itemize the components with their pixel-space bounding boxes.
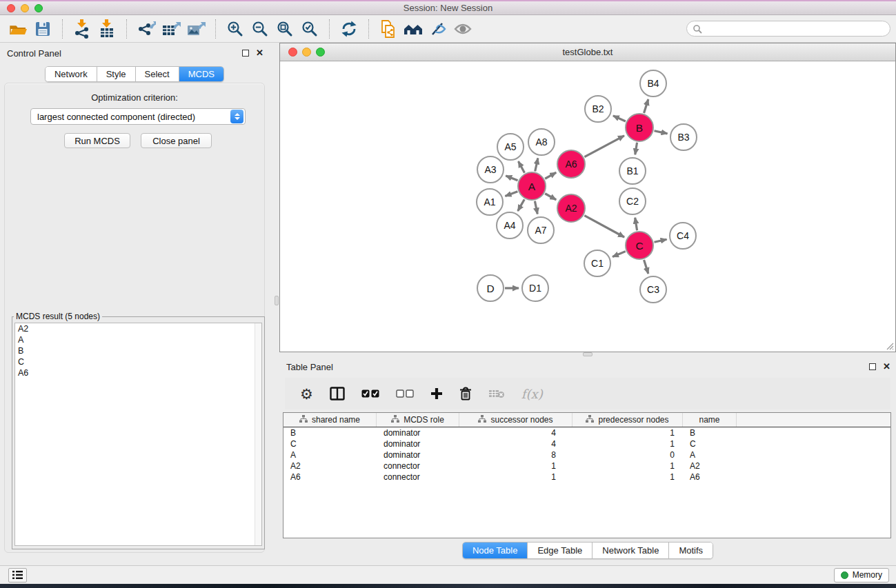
- cell-shared-name[interactable]: A: [283, 449, 377, 460]
- clone-network-icon[interactable]: [376, 18, 401, 40]
- graph-edge-B-B4[interactable]: [644, 99, 648, 113]
- table-row[interactable]: Adominator80A: [283, 449, 890, 460]
- zoom-in-icon[interactable]: [223, 18, 248, 40]
- graph-node-A8[interactable]: A8: [528, 129, 555, 155]
- search-input[interactable]: [702, 24, 884, 34]
- graph-node-C1[interactable]: C1: [584, 250, 610, 276]
- tab-edge-table[interactable]: Edge Table: [528, 543, 593, 558]
- import-table-icon[interactable]: [94, 18, 119, 40]
- graph-node-B4[interactable]: B4: [640, 70, 666, 97]
- graph-edge-A-A8[interactable]: [535, 158, 538, 171]
- graph-edge-C-C4[interactable]: [654, 239, 666, 242]
- run-mcds-button[interactable]: Run MCDS: [64, 133, 130, 148]
- cell-MCDS-role[interactable]: dominator: [377, 449, 459, 460]
- cell-MCDS-role[interactable]: dominator: [377, 427, 459, 438]
- column-header-predecessor-nodes[interactable]: predecessor nodes: [573, 413, 683, 427]
- graph-node-D[interactable]: D: [477, 275, 504, 301]
- mcds-result-item[interactable]: C: [15, 356, 261, 367]
- deselect-all-icon[interactable]: [396, 389, 414, 398]
- cell-shared-name[interactable]: A2: [283, 460, 377, 472]
- graph-edge-C-C2[interactable]: [635, 218, 637, 231]
- table-settings-icon[interactable]: ⚙: [300, 387, 313, 401]
- column-view-icon[interactable]: [330, 387, 345, 401]
- cell-predecessor-nodes[interactable]: 1: [573, 472, 683, 483]
- graph-edge-C-C1[interactable]: [613, 252, 626, 257]
- graph-node-C3[interactable]: C3: [640, 276, 666, 303]
- tab-node-table[interactable]: Node Table: [463, 543, 528, 558]
- cell-name[interactable]: B: [683, 427, 737, 438]
- export-network-icon[interactable]: [134, 18, 159, 40]
- cell-successor-nodes[interactable]: 4: [459, 438, 573, 449]
- refresh-layout-icon[interactable]: [337, 18, 361, 40]
- task-history-button[interactable]: [8, 568, 27, 582]
- delete-table-icon[interactable]: [488, 389, 505, 398]
- graph-edge-A-A1[interactable]: [505, 192, 517, 196]
- graph-node-B3[interactable]: B3: [670, 124, 697, 150]
- table-row[interactable]: Bdominator41B: [283, 427, 890, 438]
- export-table-icon[interactable]: [159, 18, 183, 40]
- close-panel-button[interactable]: Close panel: [141, 133, 212, 148]
- result-list-scrollbar[interactable]: [255, 323, 261, 545]
- tab-network-table[interactable]: Network Table: [593, 543, 669, 558]
- mcds-result-item[interactable]: A2: [15, 323, 261, 334]
- tab-mcds[interactable]: MCDS: [179, 67, 223, 81]
- graph-edge-A-A6[interactable]: [545, 172, 556, 179]
- cell-successor-nodes[interactable]: 4: [459, 427, 573, 438]
- zoom-fit-icon[interactable]: [272, 18, 297, 40]
- tab-style[interactable]: Style: [97, 67, 136, 81]
- column-header-MCDS-role[interactable]: MCDS role: [377, 413, 459, 427]
- graph-node-A7[interactable]: A7: [528, 217, 554, 243]
- graph-edge-A-A4[interactable]: [518, 199, 524, 211]
- cell-name[interactable]: C: [683, 438, 737, 449]
- float-panel-icon[interactable]: [242, 50, 249, 57]
- cell-name[interactable]: A: [683, 449, 737, 460]
- cell-predecessor-nodes[interactable]: 1: [573, 427, 683, 438]
- graph-edge-A-A3[interactable]: [506, 176, 517, 181]
- table-row[interactable]: A6connector11A6: [283, 472, 890, 483]
- graph-node-A3[interactable]: A3: [477, 156, 504, 183]
- open-session-icon[interactable]: [6, 18, 30, 40]
- cell-name[interactable]: A6: [683, 472, 737, 483]
- graph-node-A1[interactable]: A1: [477, 189, 503, 215]
- cell-MCDS-role[interactable]: connector: [377, 460, 459, 472]
- cell-successor-nodes[interactable]: 8: [459, 449, 573, 460]
- show-all-icon[interactable]: [450, 18, 475, 40]
- graph-edge-A2-C[interactable]: [584, 216, 624, 237]
- graph-edge-B-B2[interactable]: [613, 116, 626, 121]
- cell-MCDS-role[interactable]: dominator: [377, 438, 459, 449]
- graph-node-C2[interactable]: C2: [619, 188, 646, 214]
- tab-network[interactable]: Network: [46, 67, 97, 81]
- first-neighbors-icon[interactable]: [401, 18, 426, 40]
- cell-shared-name[interactable]: A6: [283, 472, 377, 483]
- close-panel-icon[interactable]: ✕: [256, 50, 263, 57]
- graph-node-C[interactable]: C: [626, 232, 653, 259]
- memory-button[interactable]: Memory: [834, 568, 889, 582]
- export-image-icon[interactable]: [183, 18, 208, 40]
- column-header-successor-nodes[interactable]: successor nodes: [459, 413, 573, 427]
- add-column-icon[interactable]: [430, 387, 443, 400]
- graph-node-C4[interactable]: C4: [670, 223, 696, 249]
- close-table-panel-icon[interactable]: ✕: [883, 363, 890, 370]
- tab-select[interactable]: Select: [136, 67, 179, 81]
- vertical-split-grip[interactable]: [275, 296, 279, 305]
- cell-MCDS-role[interactable]: connector: [377, 472, 459, 483]
- import-network-icon[interactable]: [70, 18, 94, 40]
- mcds-result-item[interactable]: A6: [15, 367, 261, 378]
- mcds-result-item[interactable]: B: [15, 345, 261, 356]
- table-row[interactable]: A2connector11A2: [283, 460, 890, 472]
- select-all-icon[interactable]: [361, 389, 379, 398]
- graph-edge-A-A5[interactable]: [518, 161, 524, 173]
- hide-selected-icon[interactable]: [426, 18, 450, 40]
- graph-node-A[interactable]: A: [518, 172, 546, 200]
- search-field[interactable]: [686, 21, 890, 37]
- graph-edge-A6-B[interactable]: [584, 136, 624, 157]
- cell-predecessor-nodes[interactable]: 1: [573, 438, 683, 449]
- graph-node-B2[interactable]: B2: [585, 96, 611, 122]
- graph-node-A4[interactable]: A4: [497, 212, 523, 239]
- graph-node-B[interactable]: B: [626, 114, 653, 141]
- graph-node-A6[interactable]: A6: [557, 150, 585, 178]
- column-header-name[interactable]: name: [683, 413, 737, 427]
- table-row[interactable]: Cdominator41C: [283, 438, 890, 449]
- cell-successor-nodes[interactable]: 1: [459, 472, 573, 483]
- cell-successor-nodes[interactable]: 1: [459, 460, 573, 472]
